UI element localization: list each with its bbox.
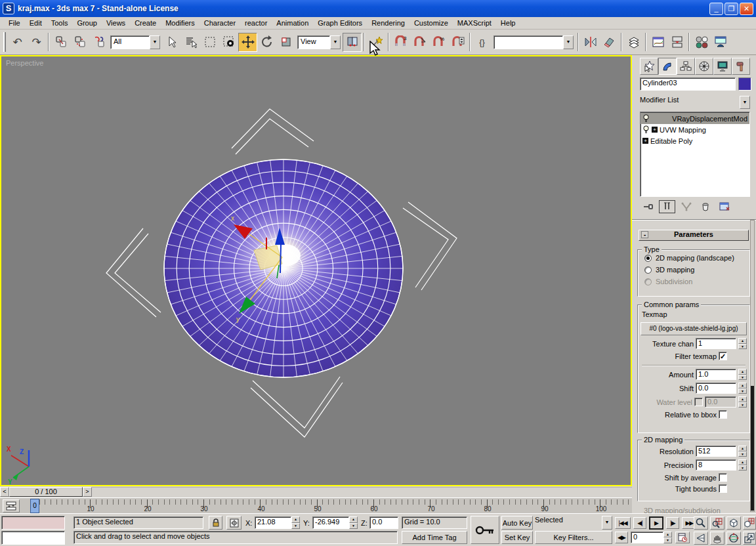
next-frame-button[interactable]: |▶ — [666, 517, 679, 529]
snap-toggle-3d-button[interactable]: 3 — [391, 33, 410, 52]
min-max-toggle-button[interactable] — [743, 532, 756, 545]
spinner-up-icon[interactable] — [738, 369, 747, 375]
align-button[interactable] — [600, 33, 619, 52]
menu-views[interactable]: Views — [102, 18, 130, 28]
spinner-up-icon[interactable] — [291, 516, 300, 523]
precision-spinner[interactable] — [738, 459, 747, 471]
spinner-down-icon[interactable] — [349, 523, 358, 530]
select-and-move-button[interactable] — [238, 33, 257, 52]
spinner-down-icon[interactable] — [291, 523, 300, 530]
key-mode-toggle-button[interactable]: ◀▶ — [615, 532, 628, 543]
select-and-scale-button[interactable] — [276, 33, 295, 52]
current-frame-field[interactable]: 0 — [631, 532, 663, 543]
zoom-extents-all-button[interactable] — [743, 516, 756, 530]
make-unique-button[interactable] — [678, 200, 694, 213]
spinner-up-icon[interactable] — [738, 446, 747, 452]
menu-maxscript[interactable]: MAXScript — [453, 18, 496, 28]
previous-frame-button[interactable]: ◀| — [633, 517, 646, 529]
menu-graph-editors[interactable]: Graph Editors — [313, 18, 367, 28]
resolution-field[interactable]: 512 — [696, 446, 736, 457]
menu-modifiers[interactable]: Modifiers — [161, 18, 200, 28]
material-editor-button[interactable] — [692, 33, 711, 52]
radio-3d-mapping[interactable]: 3D mapping — [644, 266, 749, 274]
amount-spinner[interactable] — [738, 369, 747, 380]
x-spinner[interactable] — [291, 516, 300, 529]
spinner-up-icon[interactable] — [738, 338, 747, 344]
zoom-button[interactable] — [694, 516, 708, 530]
texture-chan-spinner[interactable] — [738, 338, 747, 349]
set-key-button[interactable]: Set Key — [501, 531, 533, 544]
spinner-down-icon[interactable] — [738, 388, 747, 394]
spinner-down-icon[interactable] — [738, 465, 747, 471]
set-keys-button[interactable] — [471, 516, 499, 544]
key-filters-button[interactable]: Key Filters... — [535, 531, 612, 544]
tab-display[interactable] — [713, 58, 732, 75]
spinner-down-icon[interactable] — [663, 537, 672, 543]
menu-edit[interactable]: Edit — [25, 18, 47, 28]
select-and-link-button[interactable] — [51, 33, 70, 52]
precision-field[interactable]: 8 — [696, 459, 736, 471]
close-button[interactable]: ✕ — [740, 3, 753, 15]
dropdown-arrow-icon[interactable] — [602, 516, 612, 530]
use-pivot-point-center-button[interactable] — [343, 33, 362, 52]
select-by-name-button[interactable] — [181, 33, 200, 52]
tab-modify[interactable] — [658, 58, 677, 75]
key-mode-dropdown[interactable]: Selected — [535, 516, 612, 530]
shift-by-average-checkbox[interactable] — [719, 473, 727, 482]
window-crossing-toggle-button[interactable] — [219, 33, 238, 52]
selection-lock-button[interactable] — [209, 516, 222, 530]
spinner-down-icon[interactable] — [738, 452, 747, 457]
dropdown-arrow-icon[interactable] — [330, 35, 341, 49]
curve-editor-button[interactable] — [648, 33, 667, 52]
menu-reactor[interactable]: reactor — [240, 18, 272, 28]
amount-field[interactable]: 1.0 — [696, 369, 736, 380]
menu-file[interactable]: File — [4, 18, 25, 28]
absolute-mode-button[interactable] — [226, 516, 242, 530]
mini-listener-field[interactable] — [1, 531, 65, 545]
gizmo-z-shaft[interactable] — [280, 245, 281, 273]
resolution-spinner[interactable] — [738, 446, 747, 457]
tab-hierarchy[interactable] — [677, 58, 695, 75]
arc-rotate-button[interactable] — [726, 532, 741, 545]
tab-motion[interactable] — [695, 58, 713, 75]
spinner-snap-toggle-button[interactable] — [448, 33, 467, 52]
zoom-all-button[interactable] — [710, 516, 724, 530]
spinner-down-icon[interactable] — [738, 344, 747, 350]
field-of-view-button[interactable] — [694, 532, 708, 545]
render-scene-button[interactable] — [711, 33, 730, 52]
menu-animation[interactable]: Animation — [272, 18, 313, 28]
macro-recorder-field[interactable] — [1, 516, 65, 530]
radio-icon[interactable] — [644, 266, 652, 274]
mirror-button[interactable] — [581, 33, 600, 52]
pin-stack-button[interactable] — [640, 200, 656, 213]
z-coordinate-field[interactable]: 0.0 — [369, 516, 398, 529]
menu-character[interactable]: Character — [200, 18, 240, 28]
current-frame-marker[interactable]: 0 — [30, 499, 39, 513]
water-level-checkbox[interactable] — [694, 398, 703, 406]
tight-bounds-checkbox[interactable] — [719, 484, 727, 493]
expand-icon[interactable] — [642, 138, 648, 144]
radio-icon[interactable] — [644, 255, 652, 262]
dropdown-arrow-icon[interactable] — [740, 96, 750, 109]
menu-rendering[interactable]: Rendering — [367, 18, 410, 28]
redo-button[interactable]: ↷ — [27, 33, 46, 52]
select-object-button[interactable] — [162, 33, 181, 52]
percent-snap-toggle-button[interactable]: % — [429, 33, 448, 52]
menu-create[interactable]: Create — [130, 18, 161, 28]
shift-field[interactable]: 0.0 — [696, 383, 736, 394]
menu-tools[interactable]: Tools — [47, 18, 73, 28]
rectangular-selection-region-button[interactable] — [200, 33, 219, 52]
stack-item-editable-poly[interactable]: Editable Poly — [640, 135, 749, 146]
undo-button[interactable]: ↶ — [8, 33, 27, 52]
object-name-field[interactable]: Cylinder03 — [640, 77, 736, 91]
frame-spinner[interactable] — [663, 532, 672, 543]
viewport-label[interactable]: Perspective — [6, 59, 43, 67]
minimize-button[interactable]: _ — [709, 3, 723, 15]
reference-coordinate-dropdown[interactable]: View — [297, 35, 341, 49]
spinner-up-icon[interactable] — [738, 459, 747, 465]
x-coordinate-field[interactable]: 21.08 — [255, 516, 291, 529]
texmap-button[interactable]: #0 (logo-va-state-shield-lg.jpg) — [640, 322, 747, 335]
time-back-button[interactable]: < — [0, 487, 9, 497]
go-to-start-button[interactable]: |◀◀ — [615, 517, 631, 529]
select-and-rotate-button[interactable] — [257, 33, 276, 52]
